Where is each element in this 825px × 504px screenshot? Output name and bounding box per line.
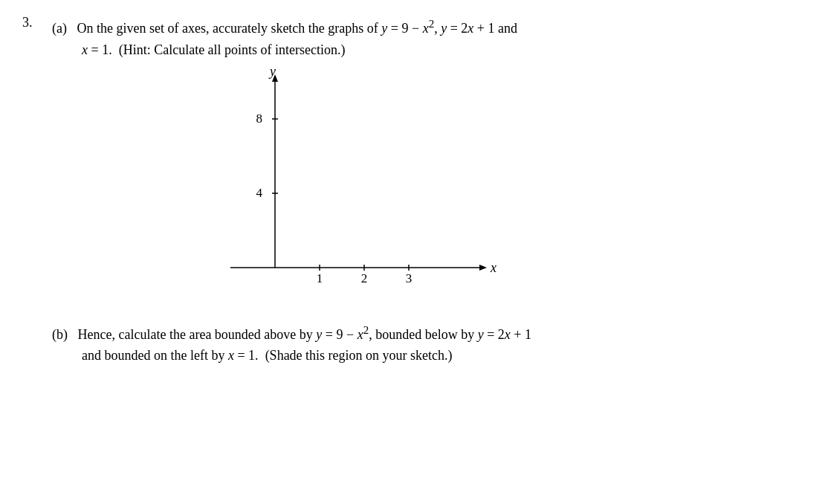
problem-content: (a) On the given set of axes, accurately… <box>52 15 803 366</box>
part-b-eq3: x = 1. <box>228 348 262 363</box>
part-a-label: (a) <box>52 21 67 36</box>
y-tick-8-label: 8 <box>256 112 263 126</box>
problem-number: 3. <box>22 15 52 30</box>
y-tick-4-label: 4 <box>256 186 263 200</box>
x-tick-1-label: 1 <box>317 271 323 285</box>
part-a-eq2: y = 2x + 1 <box>441 21 494 36</box>
part-b-line2: and bounded on the left by x = 1. (Shade… <box>82 348 453 363</box>
part-a-eq1: y = 9 − x2, <box>381 21 437 36</box>
part-a-conjunction: and <box>498 21 517 36</box>
part-a-text: (a) On the given set of axes, accurately… <box>52 15 803 61</box>
part-b-text: (b) Hence, calculate the area bounded ab… <box>52 321 803 367</box>
part-a-intro: On the given set of axes, accurately ske… <box>77 21 378 36</box>
x-axis-label: x <box>490 260 496 275</box>
part-b-eq2: y = 2x + 1 <box>478 327 531 342</box>
part-b-text1: Hence, calculate the area bounded above … <box>78 327 313 342</box>
axes-area: y x 8 4 1 <box>186 68 498 306</box>
part-b-shade: (Shade this region on your sketch.) <box>265 348 453 363</box>
part-b-text2: bounded below by <box>375 327 474 342</box>
problem-header: 3. (a) On the given set of axes, accurat… <box>22 15 803 366</box>
y-axis-label: y <box>268 64 276 79</box>
part-b-eq1: y = 9 − x2, <box>316 327 372 342</box>
part-b-text3: and bounded on the left by <box>82 348 224 363</box>
x-tick-3-label: 3 <box>406 271 412 285</box>
part-b-label: (b) <box>52 327 68 342</box>
part-a-eq3: x = 1. <box>82 42 115 57</box>
svg-marker-3 <box>479 265 487 271</box>
part-a-hint: (Hint: Calculate all points of intersect… <box>119 42 346 57</box>
axes-svg: y x 8 4 1 <box>186 68 498 306</box>
x-tick-2-label: 2 <box>361 271 368 285</box>
problem-container: 3. (a) On the given set of axes, accurat… <box>22 15 803 369</box>
graph-container: y x 8 4 1 <box>186 68 803 306</box>
